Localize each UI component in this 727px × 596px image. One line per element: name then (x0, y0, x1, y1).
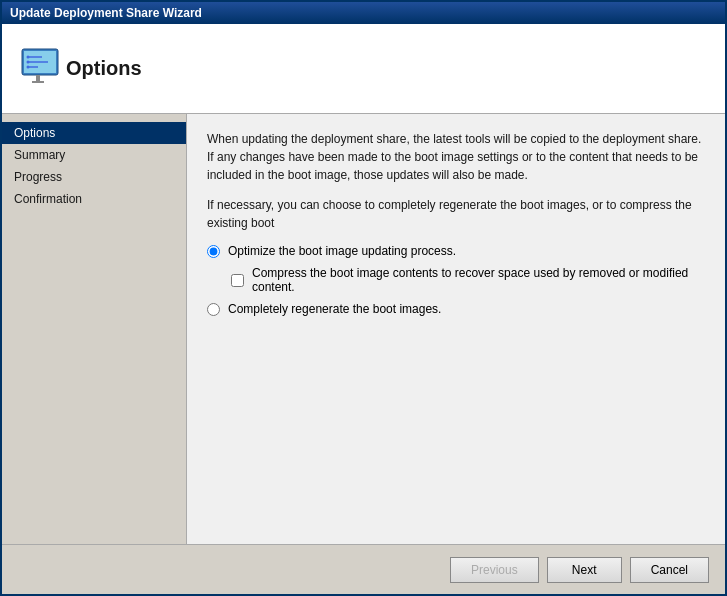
cancel-button[interactable]: Cancel (630, 557, 709, 583)
checkbox-option-compress: Compress the boot image contents to reco… (231, 266, 705, 294)
svg-point-7 (27, 55, 30, 58)
title-bar-text: Update Deployment Share Wizard (10, 6, 202, 20)
previous-button[interactable]: Previous (450, 557, 539, 583)
title-bar: Update Deployment Share Wizard (2, 2, 725, 24)
sidebar-item-confirmation[interactable]: Confirmation (2, 188, 186, 210)
computer-icon (18, 45, 66, 93)
wizard-window: Update Deployment Share Wizard Options O… (0, 0, 727, 596)
sidebar-item-progress[interactable]: Progress (2, 166, 186, 188)
svg-point-9 (27, 65, 30, 68)
content-area: Options Summary Progress Confirmation Wh… (2, 114, 725, 544)
radio-optimize-label: Optimize the boot image updating process… (228, 244, 456, 258)
radio-regenerate-label: Completely regenerate the boot images. (228, 302, 441, 316)
description-text-2: If necessary, you can choose to complete… (207, 196, 705, 232)
sidebar-item-summary[interactable]: Summary (2, 144, 186, 166)
main-content: When updating the deployment share, the … (187, 114, 725, 544)
checkbox-compress[interactable] (231, 274, 244, 287)
svg-point-8 (27, 60, 30, 63)
radio-regenerate[interactable] (207, 303, 220, 316)
radio-optimize[interactable] (207, 245, 220, 258)
svg-rect-2 (36, 75, 40, 81)
next-button[interactable]: Next (547, 557, 622, 583)
sidebar-item-options[interactable]: Options (2, 122, 186, 144)
options-group: Optimize the boot image updating process… (207, 244, 705, 316)
svg-rect-3 (32, 81, 44, 83)
header-area: Options (2, 24, 725, 114)
description-text-1: When updating the deployment share, the … (207, 130, 705, 184)
radio-option-optimize: Optimize the boot image updating process… (207, 244, 705, 258)
footer: Previous Next Cancel (2, 544, 725, 594)
checkbox-compress-label: Compress the boot image contents to reco… (252, 266, 705, 294)
page-title: Options (66, 57, 142, 80)
sidebar: Options Summary Progress Confirmation (2, 114, 187, 544)
radio-option-regenerate: Completely regenerate the boot images. (207, 302, 705, 316)
